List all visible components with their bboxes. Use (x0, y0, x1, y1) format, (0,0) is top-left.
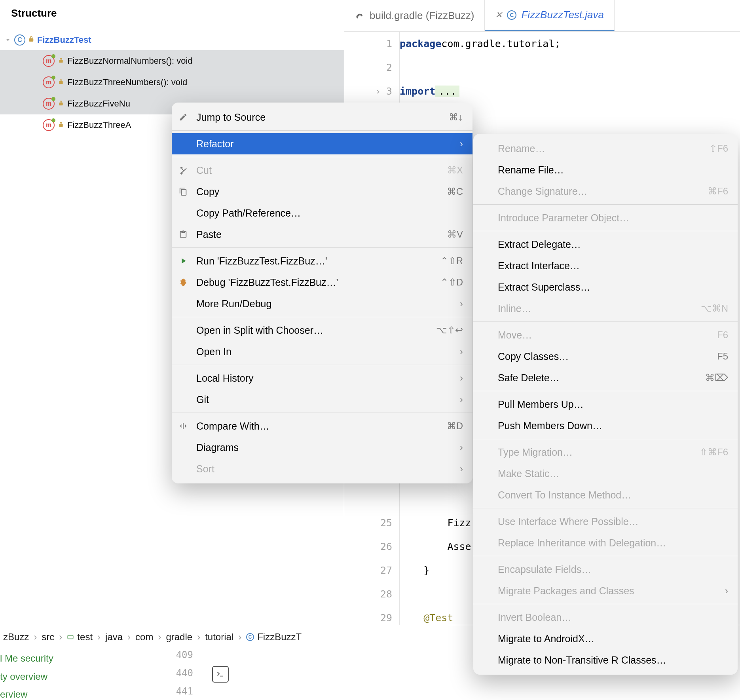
method-node[interactable]: m FizzBuzzThreeNumbers(): void (0, 72, 344, 93)
chevron-right-icon: › (460, 346, 463, 357)
chevron-right-icon: › (34, 632, 37, 643)
class-node[interactable]: C FizzBuzzTest (0, 30, 344, 50)
menu2-item[interactable]: Rename…⇧F6 (473, 138, 738, 159)
menu-item-label: Extract Superclass… (498, 282, 590, 293)
menu2-item[interactable]: Rename File… (473, 159, 738, 181)
crumb[interactable]: tutorial (205, 632, 233, 643)
menu-shortcut: ⌃⇧D (440, 277, 463, 288)
menu1-item[interactable]: Sort› (172, 458, 472, 479)
method-icon: m (43, 119, 55, 131)
folded-indicator[interactable]: ... (435, 86, 459, 97)
code-text: Asse (400, 541, 471, 552)
menu1-item[interactable]: Copy Path/Reference… (172, 202, 472, 224)
menu-item-label: Rename File… (498, 164, 564, 176)
crumb[interactable]: gradle (166, 632, 192, 643)
menu-item-label: Extract Interface… (498, 260, 580, 272)
tab-fizzbuzztest[interactable]: ✕ C FizzBuzzTest.java (485, 0, 615, 31)
crumb[interactable]: test (67, 632, 93, 643)
menu1-item[interactable]: Open in Split with Chooser…⌥⇧↩ (172, 320, 472, 341)
menu2-item[interactable]: Inline…⌥⌘N (473, 298, 738, 319)
method-name: FizzBuzzFiveNu (67, 99, 130, 109)
chevron-right-icon: › (197, 632, 200, 643)
menu1-item[interactable]: Debug 'FizzBuzzTest.FizzBuz…'⌃⇧D (172, 272, 472, 293)
context-menu: Jump to Source⌘↓Refactor›Cut⌘XCopy⌘CCopy… (172, 103, 472, 483)
menu2-item[interactable]: Extract Interface… (473, 255, 738, 276)
menu1-item[interactable]: Jump to Source⌘↓ (172, 107, 472, 128)
menu2-item[interactable]: Encapsulate Fields… (473, 559, 738, 580)
menu-item-label: Open in Split with Chooser… (196, 325, 323, 336)
menu1-item[interactable]: Copy⌘C (172, 181, 472, 202)
menu2-item[interactable]: Pull Members Up… (473, 394, 738, 415)
menu2-item[interactable]: Invert Boolean… (473, 607, 738, 628)
menu-item-label: Encapsulate Fields… (498, 564, 591, 575)
menu2-item[interactable]: Introduce Parameter Object… (473, 207, 738, 228)
menu1-item[interactable]: Paste⌘V (172, 224, 472, 245)
menu-item-label: Git (196, 394, 209, 405)
crumb[interactable]: C FizzBuzzT (246, 632, 302, 643)
chevron-right-icon: › (127, 632, 131, 643)
menu2-item[interactable]: Type Migration…⇧⌘F6 (473, 441, 738, 463)
method-name: FizzBuzzNormalNumbers(): void (67, 56, 193, 66)
menu2-item[interactable]: Change Signature…⌘F6 (473, 181, 738, 202)
menu2-item[interactable]: Convert To Instance Method… (473, 484, 738, 506)
crumb-label: src (42, 632, 54, 643)
menu-separator (473, 231, 738, 231)
menu-item-label: Migrate Packages and Classes (498, 585, 634, 597)
keyword: package (400, 38, 441, 49)
bg-line: ty overview (0, 668, 53, 686)
menu2-item[interactable]: Push Members Down… (473, 415, 738, 436)
menu-separator (473, 439, 738, 439)
menu2-item[interactable]: Safe Delete…⌘⌦ (473, 367, 738, 388)
menu2-item[interactable]: Migrate to AndroidX… (473, 628, 738, 649)
menu-shortcut: ⌘D (447, 420, 463, 432)
menu-item-label: Type Migration… (498, 447, 573, 458)
crumb-label: tutorial (205, 632, 233, 643)
close-icon[interactable]: ✕ (495, 10, 502, 20)
menu1-item[interactable]: Cut⌘X (172, 160, 472, 181)
menu2-item[interactable]: Replace Inheritance with Delegation… (473, 532, 738, 554)
debug-icon (179, 278, 191, 287)
menu2-item[interactable]: Use Interface Where Possible… (473, 511, 738, 532)
menu2-item[interactable]: Extract Delegate… (473, 234, 738, 255)
tab-build-gradle[interactable]: build.gradle (FizzBuzz) (344, 0, 485, 31)
chevron-down-icon[interactable] (4, 36, 12, 44)
crumb[interactable]: java (105, 632, 123, 643)
menu-item-label: Paste (196, 229, 222, 240)
tab-label: FizzBuzzTest.java (521, 9, 604, 21)
menu1-item[interactable]: Run 'FizzBuzzTest.FizzBuz…'⌃⇧R (172, 250, 472, 272)
crumb[interactable]: src (42, 632, 54, 643)
method-icon: m (43, 98, 55, 110)
crumb[interactable]: zBuzz (3, 632, 29, 643)
menu1-item[interactable]: Open In› (172, 341, 472, 362)
menu-item-label: Introduce Parameter Object… (498, 212, 629, 224)
menu2-item[interactable]: Migrate to Non-Transitive R Classes… (473, 649, 738, 671)
menu2-item[interactable]: Copy Classes…F5 (473, 346, 738, 367)
menu1-item[interactable]: More Run/Debug› (172, 293, 472, 314)
menu-item-label: Move… (498, 329, 532, 341)
crumb[interactable]: com (135, 632, 153, 643)
code-text: Fizz (400, 517, 471, 529)
menu-item-label: Refactor (196, 138, 233, 150)
fold-icon[interactable]: › (376, 86, 381, 96)
menu2-item[interactable]: Move…F6 (473, 324, 738, 346)
terminal-icon[interactable] (212, 666, 229, 683)
menu2-item[interactable]: Extract Superclass… (473, 276, 738, 298)
menu-item-label: Use Interface Where Possible… (498, 516, 639, 527)
menu-shortcut: ⌘↓ (449, 112, 463, 123)
menu-item-label: Copy Path/Reference… (196, 207, 301, 219)
menu-item-label: Safe Delete… (498, 372, 560, 384)
menu1-item[interactable]: Local History› (172, 367, 472, 389)
menu1-item[interactable]: Compare With…⌘D (172, 415, 472, 437)
method-name: FizzBuzzThreeA (67, 120, 131, 130)
menu1-item[interactable]: Refactor› (172, 133, 472, 154)
menu2-item[interactable]: Migrate Packages and Classes› (473, 580, 738, 601)
menu2-item[interactable]: Make Static… (473, 463, 738, 484)
menu-separator (473, 391, 738, 391)
menu1-item[interactable]: Diagrams› (172, 437, 472, 458)
menu1-item[interactable]: Git› (172, 389, 472, 410)
tab-label: build.gradle (FizzBuzz) (370, 10, 474, 22)
method-node[interactable]: m FizzBuzzNormalNumbers(): void (0, 50, 344, 72)
line-number: 441 (150, 686, 201, 700)
menu-separator (172, 130, 472, 131)
menu-item-label: Local History (196, 373, 254, 384)
